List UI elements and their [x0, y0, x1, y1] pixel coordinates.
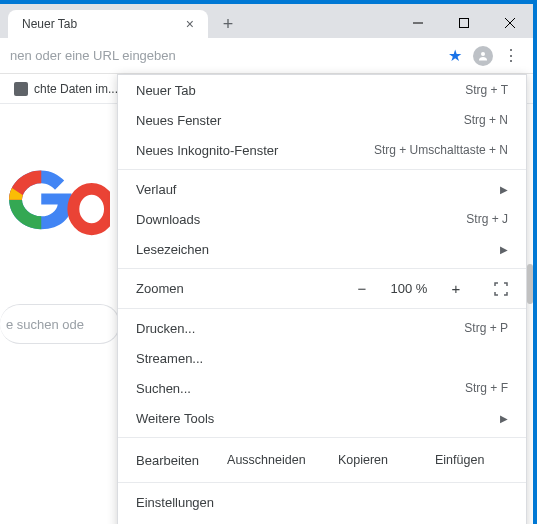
menu-label: Downloads	[136, 212, 466, 227]
svg-rect-1	[460, 19, 469, 28]
zoom-out-button[interactable]: −	[352, 280, 372, 297]
new-tab-button[interactable]: +	[214, 10, 242, 38]
menu-item-print[interactable]: Drucken... Strg + P	[118, 313, 526, 343]
paste-button[interactable]: Einfügen	[411, 449, 508, 471]
chevron-right-icon: ▶	[500, 244, 508, 255]
menu-separator	[118, 482, 526, 483]
menu-label: Neuer Tab	[136, 83, 465, 98]
svg-point-4	[481, 52, 485, 56]
tab-title: Neuer Tab	[22, 17, 77, 31]
zoom-in-button[interactable]: +	[446, 280, 466, 297]
browser-tab[interactable]: Neuer Tab ×	[8, 10, 208, 38]
menu-item-settings[interactable]: Einstellungen	[118, 487, 526, 517]
menu-button[interactable]: ⋮	[497, 42, 525, 70]
svg-point-5	[73, 189, 110, 229]
menu-label: Einstellungen	[136, 495, 508, 510]
edit-label: Bearbeiten	[136, 453, 218, 468]
menu-item-new-incognito[interactable]: Neues Inkognito-Fenster Strg + Umschaltt…	[118, 135, 526, 165]
menu-shortcut: Strg + N	[464, 113, 508, 127]
menu-item-downloads[interactable]: Downloads Strg + J	[118, 204, 526, 234]
bookmark-item[interactable]: chte Daten im...	[6, 78, 126, 100]
avatar-icon	[473, 46, 493, 66]
maximize-button[interactable]	[441, 8, 487, 38]
menu-item-cast[interactable]: Streamen...	[118, 343, 526, 373]
omnibox[interactable]: nen oder eine URL eingeben	[0, 42, 441, 69]
minimize-button[interactable]	[395, 8, 441, 38]
menu-item-find[interactable]: Suchen... Strg + F	[118, 373, 526, 403]
tabstrip: Neuer Tab × +	[0, 10, 395, 38]
menu-item-more-tools[interactable]: Weitere Tools ▶	[118, 403, 526, 433]
titlebar: Neuer Tab × +	[0, 4, 533, 38]
cut-button[interactable]: Ausschneiden	[218, 449, 315, 471]
menu-item-bookmarks[interactable]: Lesezeichen ▶	[118, 234, 526, 264]
window-controls	[395, 8, 533, 38]
scrollbar-thumb[interactable]	[527, 264, 533, 304]
favicon-icon	[14, 82, 28, 96]
menu-item-zoom: Zoomen − 100 % +	[118, 273, 526, 304]
menu-separator	[118, 268, 526, 269]
menu-item-new-tab[interactable]: Neuer Tab Strg + T	[118, 75, 526, 105]
menu-shortcut: Strg + Umschalttaste + N	[374, 143, 508, 157]
menu-shortcut: Strg + T	[465, 83, 508, 97]
close-icon[interactable]: ×	[182, 16, 198, 32]
close-window-button[interactable]	[487, 8, 533, 38]
toolbar: nen oder eine URL eingeben ★ ⋮	[0, 38, 533, 74]
menu-item-new-window[interactable]: Neues Fenster Strg + N	[118, 105, 526, 135]
profile-avatar[interactable]	[469, 42, 497, 70]
google-logo	[0, 164, 110, 258]
bookmark-label: chte Daten im...	[34, 82, 118, 96]
menu-item-history[interactable]: Verlauf ▶	[118, 174, 526, 204]
menu-separator	[118, 308, 526, 309]
bookmark-star-icon[interactable]: ★	[441, 42, 469, 70]
main-menu-dropdown: Neuer Tab Strg + T Neues Fenster Strg + …	[117, 74, 527, 524]
chevron-right-icon: ▶	[500, 413, 508, 424]
search-placeholder: e suchen ode	[6, 317, 84, 332]
zoom-label: Zoomen	[136, 281, 352, 296]
menu-label: Lesezeichen	[136, 242, 490, 257]
menu-shortcut: Strg + J	[466, 212, 508, 226]
menu-label: Verlauf	[136, 182, 490, 197]
menu-shortcut: Strg + F	[465, 381, 508, 395]
fullscreen-button[interactable]	[494, 282, 508, 296]
search-input-stub[interactable]: e suchen ode	[0, 304, 120, 344]
zoom-controls: − 100 % +	[352, 280, 508, 297]
menu-item-edit: Bearbeiten Ausschneiden Kopieren Einfüge…	[118, 442, 526, 478]
menu-label: Neues Fenster	[136, 113, 464, 128]
menu-separator	[118, 169, 526, 170]
menu-label: Streamen...	[136, 351, 508, 366]
menu-label: Weitere Tools	[136, 411, 490, 426]
zoom-value: 100 %	[386, 281, 432, 296]
chevron-right-icon: ▶	[500, 184, 508, 195]
menu-label: Drucken...	[136, 321, 464, 336]
menu-label: Neues Inkognito-Fenster	[136, 143, 374, 158]
menu-item-help[interactable]: Hilfe ▶	[118, 517, 526, 524]
plus-icon: +	[223, 14, 234, 35]
menu-label: Suchen...	[136, 381, 465, 396]
menu-separator	[118, 437, 526, 438]
copy-button[interactable]: Kopieren	[315, 449, 412, 471]
menu-shortcut: Strg + P	[464, 321, 508, 335]
